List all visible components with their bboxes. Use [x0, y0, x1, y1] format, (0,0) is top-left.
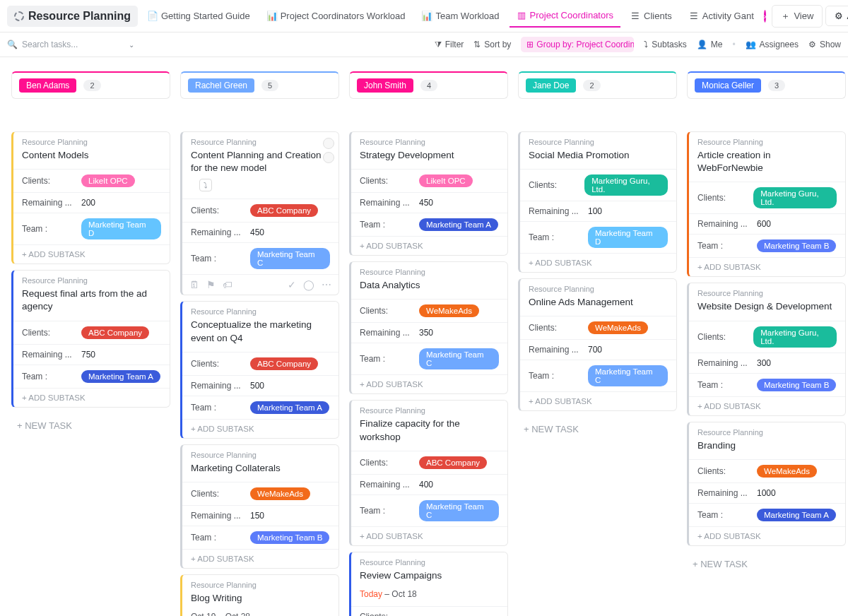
add-subtask-button[interactable]: + ADD SUBTASK — [520, 391, 676, 410]
tag-wemakeads[interactable]: WeMakeAds — [757, 465, 817, 478]
task-card[interactable]: Resource Planning Review Campaigns Today… — [349, 552, 508, 616]
task-card[interactable]: Resource Planning Branding Clients: WeMa… — [687, 422, 846, 546]
new-task-button[interactable]: + NEW TASK — [518, 417, 677, 442]
tag-guru[interactable]: Marketing Guru, Ltd. — [753, 187, 837, 208]
board-column: Jane Doe 2 Resource Planning Social Medi… — [518, 71, 677, 442]
task-card[interactable]: Resource Planning Content Models Clients… — [11, 131, 170, 264]
add-subtask-button[interactable]: + ADD SUBTASK — [13, 388, 170, 407]
task-card[interactable]: Resource Planning Marketing Collaterals … — [180, 444, 339, 569]
me-button[interactable]: 👤 Me — [697, 40, 723, 49]
filter-button[interactable]: ⧩ Filter — [435, 40, 464, 49]
add-subtask-button[interactable]: + ADD SUBTASK — [689, 257, 845, 276]
tag-abc[interactable]: ABC Company — [81, 326, 149, 339]
tab-project-coordinators[interactable]: ▥ Project Coordinators — [510, 4, 621, 28]
task-card[interactable]: Resource Planning Online Ads Management … — [518, 278, 677, 411]
field-label: Remaining ... — [22, 350, 73, 360]
task-card[interactable]: Resource Planning Website Design & Devel… — [687, 283, 846, 415]
tag-teamA[interactable]: Marketing Team A — [757, 509, 836, 521]
tab-clients[interactable]: ☰ Clients — [623, 5, 679, 27]
tag-likeit[interactable]: LikeIt OPC — [81, 174, 135, 187]
task-card[interactable]: Resource Planning Content Planning and C… — [180, 131, 339, 295]
add-subtask-button[interactable]: + ADD SUBTASK — [351, 236, 507, 255]
card-hover-toolbar: 🗓 ⚑ 🏷 ✓ ◯ ⋯ — [182, 274, 338, 295]
task-card[interactable]: Resource Planning Request final arts fro… — [11, 270, 170, 407]
tag-guru[interactable]: Marketing Guru, Ltd. — [584, 174, 668, 196]
tag-teamC[interactable]: Marketing Team C — [419, 348, 499, 369]
check-icon[interactable]: ✓ — [288, 279, 296, 290]
tag-teamA[interactable]: Marketing Team A — [81, 370, 160, 383]
tag-wemakeads[interactable]: WeMakeAds — [588, 321, 648, 334]
tag-guru[interactable]: Marketing Guru, Ltd. — [753, 326, 837, 348]
column-header[interactable]: Rachel Green 5 — [180, 71, 339, 99]
tag-teamC[interactable]: Marketing Team C — [588, 365, 668, 386]
group-by-button[interactable]: ⊞ Group by: Project Coordin... — [521, 37, 634, 52]
tag-teamC[interactable]: Marketing Team C — [250, 248, 330, 269]
column-header[interactable]: Ben Adams 2 — [11, 71, 170, 99]
tag-abc[interactable]: ABC Company — [250, 204, 318, 217]
search-input[interactable]: 🔍 Search tasks... ⌄ — [7, 40, 134, 49]
more-icon[interactable] — [323, 152, 334, 163]
tag-wemakeads[interactable]: WeMakeAds — [250, 487, 310, 500]
scroll-tabs-right[interactable]: › — [764, 10, 767, 23]
task-card[interactable]: Resource Planning Social Media Promotion… — [518, 131, 677, 273]
task-card[interactable]: Resource Planning Finalize capacity for … — [349, 400, 508, 545]
filter-label: Filter — [445, 40, 464, 49]
field-team: Team : Marketing Team D — [520, 221, 676, 253]
add-subtask-button[interactable]: + ADD SUBTASK — [520, 253, 676, 272]
sort-button[interactable]: ⇅ Sort by — [473, 40, 511, 49]
add-view-button[interactable]: ＋ View — [772, 5, 823, 28]
assign-icon[interactable] — [323, 138, 334, 149]
field-clients: Clients: Marketing Guru, Ltd. — [689, 182, 845, 213]
column-header[interactable]: Monica Geller 3 — [687, 71, 846, 99]
automate-button[interactable]: ⚙ Automate ⌄ — [825, 6, 848, 26]
task-card[interactable]: Resource Planning Article creation in We… — [687, 131, 846, 277]
tab-activity-gantt[interactable]: ☰ Activity Gant — [682, 5, 761, 27]
field-label: Clients: — [697, 332, 745, 342]
list-icon: ☰ — [630, 11, 640, 21]
tag-teamC[interactable]: Marketing Team C — [419, 500, 499, 521]
tag-teamB[interactable]: Marketing Team B — [757, 239, 836, 252]
add-subtask-button[interactable]: + ADD SUBTASK — [689, 396, 845, 415]
column-header[interactable]: Jane Doe 2 — [518, 71, 677, 99]
task-card[interactable]: Resource Planning Conceptualize the mark… — [180, 301, 339, 438]
add-subtask-button[interactable]: + ADD SUBTASK — [351, 374, 507, 393]
calendar-icon[interactable]: 🗓 — [189, 279, 199, 290]
assignees-button[interactable]: 👥 Assignees — [746, 40, 799, 49]
tag-abc[interactable]: ABC Company — [419, 456, 487, 469]
field-clients: Clients: LikeIt OPC — [13, 169, 170, 192]
tag-teamB[interactable]: Marketing Team B — [757, 379, 836, 391]
tag-teamD[interactable]: Marketing Team D — [588, 227, 668, 248]
add-subtask-button[interactable]: + ADD SUBTASK — [182, 419, 338, 438]
field-value: 450 — [250, 227, 264, 237]
flag-icon[interactable]: ⚑ — [206, 279, 216, 290]
tab-team-workload[interactable]: 📊 Team Workload — [415, 5, 506, 27]
field-label: Clients: — [191, 206, 242, 215]
tag-teamB[interactable]: Marketing Team B — [250, 531, 329, 544]
subtask-indicator[interactable]: ⤵ — [199, 179, 212, 191]
dots-icon[interactable]: ⋯ — [322, 279, 331, 290]
tag-wemakeads[interactable]: WeMakeAds — [419, 304, 479, 317]
add-subtask-button[interactable]: + ADD SUBTASK — [182, 549, 338, 568]
tag-icon[interactable]: 🏷 — [223, 279, 232, 290]
tab-getting-started[interactable]: 📄 Getting Started Guide — [141, 5, 257, 27]
circle-icon[interactable]: ◯ — [303, 279, 314, 290]
column-header[interactable]: John Smith 4 — [349, 71, 508, 99]
tab-coordinators-workload[interactable]: 📊 Project Coordinators Workload — [260, 5, 413, 27]
card-project: Resource Planning — [191, 307, 330, 316]
tag-abc[interactable]: ABC Company — [250, 357, 318, 370]
subtasks-button[interactable]: ⤵ Subtasks — [644, 40, 686, 49]
add-subtask-button[interactable]: + ADD SUBTASK — [689, 526, 845, 545]
field-team: Team : Marketing Team C — [182, 242, 338, 274]
add-subtask-button[interactable]: + ADD SUBTASK — [351, 526, 507, 545]
show-button[interactable]: ⚙ Show — [808, 40, 841, 49]
task-card[interactable]: Resource Planning Blog Writing Oct 19 – … — [180, 574, 339, 616]
add-subtask-button[interactable]: + ADD SUBTASK — [13, 244, 170, 263]
task-card[interactable]: Resource Planning Strategy Development C… — [349, 131, 508, 256]
task-card[interactable]: Resource Planning Data Analytics Clients… — [349, 261, 508, 394]
tag-teamD[interactable]: Marketing Team D — [81, 218, 161, 239]
tag-teamA[interactable]: Marketing Team A — [250, 401, 329, 414]
new-task-button[interactable]: + NEW TASK — [11, 413, 170, 438]
tag-likeit[interactable]: LikeIt OPC — [419, 174, 473, 187]
tag-teamA[interactable]: Marketing Team A — [419, 218, 498, 231]
new-task-button[interactable]: + NEW TASK — [687, 552, 846, 576]
